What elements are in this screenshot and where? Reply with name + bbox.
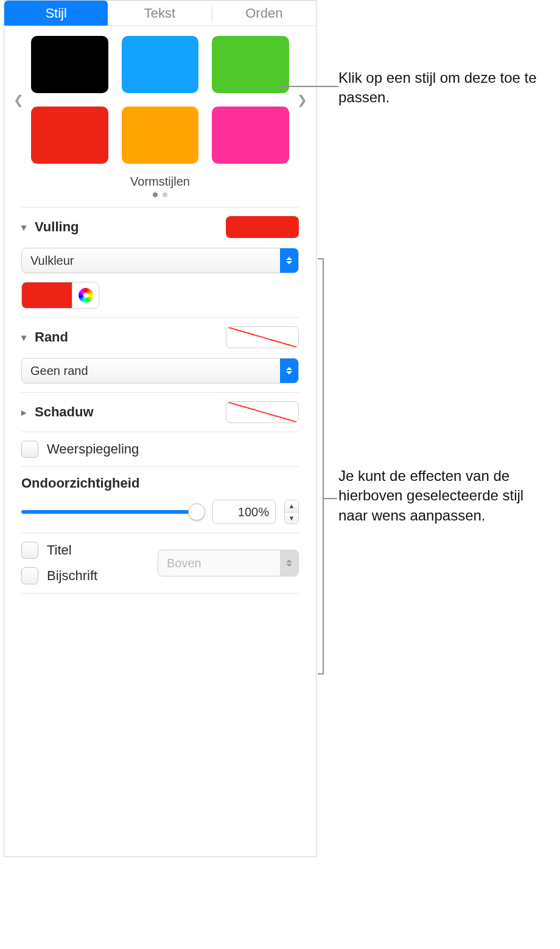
caption-checkbox[interactable] [21,567,38,584]
styles-page-indicator [12,192,309,197]
select-arrows-icon [280,359,298,383]
inspector-tabs: Stijl Tekst Orden [4,1,316,26]
fill-color-well[interactable] [21,282,99,309]
title-position-value: Boven [167,556,201,570]
reflection-label: Weerspiegeling [47,441,139,457]
slider-thumb[interactable] [188,503,205,520]
color-wheel-icon [79,288,93,303]
shape-style-swatch[interactable] [122,107,199,164]
fill-label: Vulling [35,219,79,235]
color-picker-button[interactable] [72,282,99,308]
chevron-right-icon: ❯ [297,93,307,107]
opacity-section: Ondoorzichtigheid 100% ▲ ▼ [4,467,316,533]
select-arrows-icon [280,248,298,273]
chevron-left-icon: ❮ [13,93,24,107]
stepper-up-icon[interactable]: ▲ [285,500,298,513]
chevron-right-icon[interactable]: ▸ [21,407,30,418]
callout-text: Je kunt de effecten van de hierboven ges… [338,466,551,525]
page-dot-icon[interactable] [163,192,167,197]
divider [21,593,299,594]
shadow-section: ▸ Schaduw [4,393,316,432]
slider-track [21,510,204,514]
shape-styles-section: ❮ ❯ Vormstijlen [4,26,316,207]
border-section: ▾ Rand Geen rand [4,318,316,392]
border-type-select[interactable]: Geen rand [21,358,299,383]
opacity-stepper[interactable]: ▲ ▼ [284,500,299,524]
shape-style-swatch[interactable] [212,36,289,93]
select-arrows-icon [280,550,298,576]
callout-leader-line [324,498,337,499]
shape-style-swatch[interactable] [212,107,289,164]
styles-prev-button[interactable]: ❮ [12,89,25,111]
shadow-preview-well[interactable] [226,401,299,423]
stepper-down-icon[interactable]: ▼ [285,513,298,524]
page-dot-icon[interactable] [153,192,158,197]
border-preview-well[interactable] [226,326,299,348]
shape-styles-caption: Vormstijlen [12,175,309,189]
border-type-value: Geen rand [30,364,88,378]
chevron-down-icon[interactable]: ▾ [21,332,30,343]
border-label: Rand [35,329,68,345]
styles-next-button[interactable]: ❯ [295,89,309,111]
title-checkbox[interactable] [21,542,38,559]
tab-style[interactable]: Stijl [4,1,108,26]
reflection-section: Weerspiegeling [4,432,316,466]
callout-text: Klik op een stijl om deze toe te passen. [338,68,545,108]
fill-color-swatch[interactable] [22,282,72,308]
opacity-label: Ondoorzichtigheid [21,475,299,491]
fill-type-select[interactable]: Vulkleur [21,248,299,273]
title-position-select[interactable]: Boven [158,550,299,576]
shape-style-swatch[interactable] [31,107,108,164]
format-inspector-panel: Stijl Tekst Orden ❮ ❯ Vormstijlen [4,0,317,857]
title-caption-section: Titel Bijschrift Boven [4,533,316,593]
opacity-slider[interactable] [21,503,204,521]
shape-style-grid [25,36,295,164]
fill-type-value: Vulkleur [30,254,74,268]
opacity-value-field[interactable]: 100% [212,500,276,524]
title-label: Titel [47,542,72,558]
fill-preview-well[interactable] [226,216,299,238]
tab-text[interactable]: Tekst [108,1,211,26]
callout-bracket [323,258,324,674]
shape-style-swatch[interactable] [122,36,199,93]
fill-section: ▾ Vulling Vulkleur [4,208,316,317]
shadow-label: Schaduw [35,404,94,420]
tab-arrange[interactable]: Orden [212,1,316,26]
shape-style-swatch[interactable] [31,36,108,93]
callout-leader-line [280,86,338,87]
reflection-checkbox[interactable] [21,441,38,458]
chevron-down-icon[interactable]: ▾ [21,222,30,233]
caption-label: Bijschrift [47,568,97,584]
